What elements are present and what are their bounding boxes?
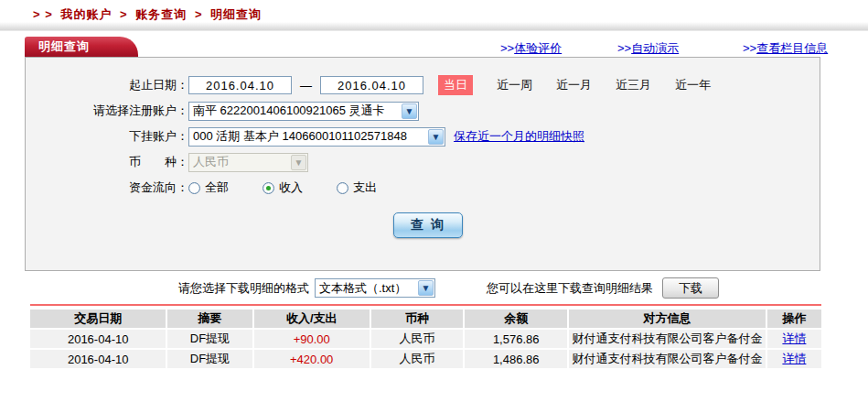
sub-account-label: 下挂账户： xyxy=(26,128,188,145)
flow-radio-group: 全部 收入 支出 xyxy=(188,179,411,196)
date-range-label: 起止日期： xyxy=(26,77,188,93)
currency-select-disabled: 人民币 ▼ xyxy=(188,153,308,172)
register-account-row: 请选择注册账户： 南平 6222001406100921065 灵通卡 ▼ xyxy=(26,98,820,124)
download-format-label: 请您选择下载明细的格式 xyxy=(178,280,309,297)
col-header-summary: 摘要 xyxy=(167,310,252,328)
quick-date-last-year[interactable]: 近一年 xyxy=(675,77,711,93)
register-account-label: 请选择注册账户： xyxy=(26,103,188,119)
cell-currency: 人民币 xyxy=(371,330,463,348)
link-auto-demo[interactable]: >>自动演示 xyxy=(617,40,679,57)
link-experience-rating[interactable]: >>体验评价 xyxy=(500,40,562,57)
breadcrumb-item-account-query[interactable]: 账务查询 xyxy=(135,7,187,21)
sub-account-select[interactable]: 000 活期 基本户 1406600101102571848 ▼ xyxy=(188,127,445,147)
link-label: 体验评价 xyxy=(514,41,562,55)
cell-amount: +420.00 xyxy=(254,350,370,368)
sub-account-value: 000 活期 基本户 1406600101102571848 xyxy=(189,128,427,145)
date-range-dash: — xyxy=(300,79,312,92)
save-snapshot-link[interactable]: 保存近一个月的明细快照 xyxy=(454,128,584,145)
radio-all[interactable]: 全部 xyxy=(188,179,229,196)
detail-link[interactable]: 详情 xyxy=(782,352,806,365)
cell-date: 2016-04-10 xyxy=(30,330,166,348)
link-label: 自动演示 xyxy=(631,41,679,55)
top-divider xyxy=(0,22,868,31)
query-form-panel: 起止日期： — 当日 近一周 近一月 近三月 近一年 请选择注册账户： 南平 6… xyxy=(25,57,820,271)
download-format-value: 文本格式（.txt） xyxy=(316,280,417,297)
currency-value: 人民币 xyxy=(189,154,290,170)
col-header-date: 交易日期 xyxy=(30,310,166,328)
cell-action: 详情 xyxy=(767,330,821,348)
radio-label: 支出 xyxy=(353,179,377,196)
breadcrumb-item-detail-query[interactable]: 明细查询 xyxy=(210,7,262,21)
cell-summary: DF提现 xyxy=(167,350,252,368)
date-range-row: 起止日期： — 当日 近一周 近一月 近三月 近一年 xyxy=(26,72,820,98)
table-row: 2016-04-10 DF提现 +90.00 人民币 1,576.86 财付通支… xyxy=(30,330,821,348)
cell-balance: 1,486.86 xyxy=(465,350,567,368)
start-date-input[interactable] xyxy=(188,76,292,94)
transactions-table: 交易日期 摘要 收入/支出 币种 余额 对方信息 操作 2016-04-10 D… xyxy=(28,308,823,370)
dropdown-arrow-icon: ▼ xyxy=(402,103,417,119)
dropdown-arrow-icon: ▼ xyxy=(428,129,444,145)
quick-date-last-3-months[interactable]: 近三月 xyxy=(616,77,651,93)
cell-action: 详情 xyxy=(767,350,821,368)
cell-summary: DF提现 xyxy=(167,330,252,348)
dropdown-arrow-icon: ▼ xyxy=(291,155,306,170)
download-row: 请您选择下载明细的格式 文本格式（.txt） ▼ 您可以在这里下载查询明细结果 … xyxy=(178,277,719,299)
page: > > 我的账户 > 账务查询 > 明细查询 明细查询 >>体验评价 >>自动演… xyxy=(0,0,868,402)
link-prefix: >> xyxy=(500,41,514,55)
sub-account-row: 下挂账户： 000 活期 基本户 1406600101102571848 ▼ 保… xyxy=(26,124,820,149)
dropdown-arrow-icon: ▼ xyxy=(418,280,434,296)
register-account-value: 南平 6222001406100921065 灵通卡 xyxy=(189,103,401,119)
cell-counterparty: 财付通支付科技有限公司客户备付金 xyxy=(569,350,766,368)
tab-detail-query[interactable]: 明细查询 xyxy=(25,37,138,57)
quick-date-last-month[interactable]: 近一月 xyxy=(556,77,592,93)
cell-balance: 1,576.86 xyxy=(465,330,567,348)
link-label: 查看栏目信息 xyxy=(756,41,828,55)
table-top-red-divider xyxy=(30,304,821,306)
end-date-input[interactable] xyxy=(320,76,423,94)
cell-counterparty: 财付通支付科技有限公司客户备付金 xyxy=(569,330,766,348)
radio-icon xyxy=(188,182,200,194)
cell-date: 2016-04-10 xyxy=(30,350,166,368)
download-result-label: 您可以在这里下载查询明细结果 xyxy=(487,280,653,297)
download-format-select[interactable]: 文本格式（.txt） ▼ xyxy=(315,278,435,298)
col-header-counterparty: 对方信息 xyxy=(569,310,766,328)
currency-label: 币 种： xyxy=(26,154,188,170)
breadcrumb-item-my-account[interactable]: 我的账户 xyxy=(60,7,112,21)
radio-label: 收入 xyxy=(279,179,303,196)
breadcrumb-prefix: > > xyxy=(33,7,53,21)
link-prefix: >> xyxy=(743,41,756,55)
breadcrumb: > > 我的账户 > 账务查询 > 明细查询 xyxy=(33,6,265,23)
col-header-balance: 余额 xyxy=(465,310,567,328)
query-button[interactable]: 查 询 xyxy=(393,212,463,238)
radio-label: 全部 xyxy=(205,179,229,196)
cell-currency: 人民币 xyxy=(371,350,463,368)
download-button[interactable]: 下载 xyxy=(662,277,719,299)
col-header-amount: 收入/支出 xyxy=(254,310,370,328)
quick-date-today-badge[interactable]: 当日 xyxy=(438,75,473,95)
col-header-currency: 币种 xyxy=(371,310,463,328)
link-view-column-info[interactable]: >>查看栏目信息 xyxy=(743,40,828,57)
flow-direction-row: 资金流向： 全部 收入 支出 xyxy=(26,175,820,201)
col-header-action: 操作 xyxy=(767,310,821,328)
currency-row: 币 种： 人民币 ▼ xyxy=(26,149,820,175)
link-prefix: >> xyxy=(617,41,631,55)
radio-expense[interactable]: 支出 xyxy=(337,179,377,196)
detail-link[interactable]: 详情 xyxy=(782,331,806,345)
breadcrumb-separator: > xyxy=(120,7,128,21)
radio-icon xyxy=(337,182,348,194)
table-row: 2016-04-10 DF提现 +420.00 人民币 1,486.86 财付通… xyxy=(30,350,821,368)
cell-amount: +90.00 xyxy=(254,330,370,348)
radio-income[interactable]: 收入 xyxy=(263,179,303,196)
table-header-row: 交易日期 摘要 收入/支出 币种 余额 对方信息 操作 xyxy=(30,310,821,328)
register-account-select[interactable]: 南平 6222001406100921065 灵通卡 ▼ xyxy=(188,102,419,121)
flow-direction-label: 资金流向： xyxy=(26,179,188,196)
radio-icon xyxy=(263,182,274,194)
query-button-row: 查 询 xyxy=(26,212,820,238)
breadcrumb-separator: > xyxy=(195,7,203,21)
quick-date-last-week[interactable]: 近一周 xyxy=(497,77,532,93)
